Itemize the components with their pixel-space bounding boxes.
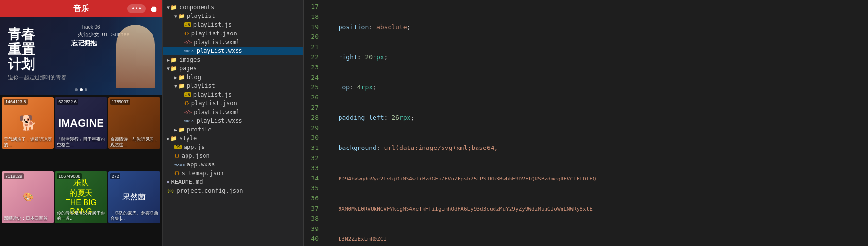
music-header: 音乐 ••• ⏺ — [0, 0, 162, 17]
folder-label-components: components — [179, 4, 214, 11]
folder-label-pages: pages — [179, 65, 197, 72]
file-label-playlist-wxss-pages: playList.wxss — [197, 117, 242, 124]
folder-icon-playlist-pages: 📁 — [178, 83, 185, 89]
wxss-icon-2: wxss — [184, 118, 195, 123]
song-name: 忘记拥抱 — [71, 39, 97, 48]
grid-count-6: 272 — [110, 173, 120, 179]
wxml-icon-1: </> — [184, 40, 192, 45]
header-icons: ••• ⏺ — [127, 4, 158, 14]
folder-label-playlist-comp: playList — [187, 13, 215, 19]
banner-subtitle: 迫你一起走过那时的青春 — [8, 74, 67, 81]
tree-components[interactable]: ▼ 📁 components — [163, 3, 303, 12]
grid-count-4: 7119329 — [4, 173, 24, 179]
tree-profile[interactable]: ▶ 📁 profile — [163, 125, 303, 134]
grid-count-1: 1464123.8 — [4, 99, 28, 105]
arrow-style: ▶ — [167, 136, 170, 141]
json-icon-1: {} — [184, 31, 189, 36]
tree-playlist-wxml-comp[interactable]: </> playList.wxml — [163, 38, 303, 47]
dot-2[interactable] — [80, 88, 83, 91]
folder-icon-playlist-comp: 📁 — [178, 13, 185, 19]
arrow-images: ▶ — [167, 57, 170, 63]
tree-playlist-json-pages[interactable]: {} playList.json — [163, 99, 303, 108]
tree-images[interactable]: ▶ 📁 images — [163, 55, 303, 64]
json-icon-3: {} — [174, 153, 180, 158]
tree-playlist-wxss-pages[interactable]: wxss playList.wxss — [163, 116, 303, 125]
file-label-playlist-js-comp: playList.js — [193, 21, 232, 28]
folder-icon-pages: 📁 — [170, 66, 177, 72]
record-icon[interactable]: ⏺ — [150, 4, 158, 14]
folder-label-style: style — [179, 135, 197, 142]
music-app-panel: 音乐 ••• ⏺ 青春 重置 计划 迫你一起走过那时的青春 Track 06 火… — [0, 0, 163, 246]
js-icon-2: JS — [184, 92, 191, 97]
banner-title: 青春 重置 计划 — [8, 27, 67, 72]
file-label-playlist-wxml-pages: playList.wxml — [194, 109, 239, 115]
grid-count-3: 1785097 — [110, 99, 130, 105]
code-line-19: top: 4rpx; — [331, 82, 868, 93]
code-line-20: padding-left: 26rpx; — [331, 113, 868, 123]
json-icon-4: {} — [174, 171, 180, 176]
tree-app-js[interactable]: JS app.js — [163, 143, 303, 151]
file-label-playlist-json-comp: playList.json — [191, 30, 237, 37]
tree-style[interactable]: ▶ 📁 style — [163, 134, 303, 143]
arrow-playlist-pages: ▼ — [174, 83, 177, 89]
tree-playlist-js-pages[interactable]: JS playList.js — [163, 90, 303, 99]
grid-item-2[interactable]: IMAGINE 622822.6 「时空漫行」围于星夜的空格主... — [55, 97, 107, 149]
json-icon-2: {} — [184, 101, 189, 106]
code-text[interactable]: position: absolute; right: 20rpx; top: 4… — [323, 0, 868, 246]
file-label-app-wxss: app.wxss — [187, 161, 215, 168]
tree-playlist-js-comp[interactable]: JS playList.js — [163, 20, 303, 29]
tree-blog[interactable]: ▶ 📁 blog — [163, 73, 303, 82]
file-label-project-config: project.config.json — [176, 187, 243, 194]
tree-app-wxss[interactable]: wxss app.wxss — [163, 160, 303, 169]
tree-pages[interactable]: ▼ 📁 pages — [163, 64, 303, 73]
banner-indicators — [75, 88, 87, 91]
code-line-23: 9XM0MvL0RVUkNCVFVkcgMS4xeTkFTiIgImhOdHA6… — [331, 204, 868, 214]
folder-label-images: images — [179, 56, 200, 63]
dot-3[interactable] — [85, 88, 87, 91]
grid-desc-2: 「时空漫行」围于星夜的空格主... — [57, 137, 105, 148]
code-line-24: L3N2ZzExLmR0ZCI — [331, 234, 868, 244]
grid-count-5: 106749088 — [57, 173, 82, 179]
tree-playlist-json-comp[interactable]: {} playList.json — [163, 29, 303, 38]
app-title: 音乐 — [73, 4, 89, 14]
code-area: 17 18 19 20 21 22 23 24 25 26 27 28 29 3… — [304, 0, 868, 246]
grid-desc-3: 奇谭情诗：与你听风景，观赏这... — [110, 137, 158, 148]
folder-icon-style: 📁 — [170, 135, 177, 142]
arrow-playlist-comp: ▼ — [174, 14, 177, 19]
arrow-components: ▼ — [167, 5, 170, 10]
file-label-sitemap-json: sitemap.json — [182, 170, 224, 177]
grid-item-3[interactable]: 1785097 奇谭情诗：与你听风景，观赏这... — [108, 97, 160, 149]
grid-item-5[interactable]: 乐队的夏天THE BIG BANG 106749088 你的青春是有没有属于你的… — [55, 171, 107, 223]
grid-item-6[interactable]: 果然菌 272 「乐队的夏天」参赛乐曲合集 |... — [108, 171, 160, 223]
folder-icon-profile: 📁 — [178, 127, 185, 133]
code-editor-panel: 17 18 19 20 21 22 23 24 25 26 27 28 29 3… — [304, 0, 868, 246]
arrow-blog: ▶ — [174, 75, 177, 80]
folder-icon-components: 📁 — [170, 4, 177, 11]
tree-playlist-wxml-pages[interactable]: </> playList.wxml — [163, 108, 303, 116]
folder-label-profile: profile — [187, 126, 212, 133]
grid-desc-1: 天气烤热了，追着听凉爽的... — [4, 137, 52, 148]
wxss-icon-1: wxss — [184, 49, 195, 53]
file-label-playlist-wxml-comp: playList.wxml — [194, 39, 239, 46]
json-icon-5: {⚙} — [167, 188, 174, 193]
grid-desc-6: 「乐队的夏天」参赛乐曲合集 |... — [110, 211, 158, 221]
grid-desc-5: 你的青春是有没有属于你的一首... — [57, 211, 105, 221]
code-line-17: position: absolute; — [331, 22, 868, 33]
tree-project-config[interactable]: {⚙} project.config.json — [163, 186, 303, 195]
tree-playlist-wxss-comp[interactable]: wxss playList.wxss — [163, 47, 303, 55]
tree-playlist-comp[interactable]: ▼ 📁 playList — [163, 12, 303, 20]
tree-sitemap-json[interactable]: {} sitemap.json — [163, 169, 303, 178]
code-line-18: right: 20rpx; — [331, 52, 868, 63]
code-line-21: background: url(data:image/svg+xml;base6… — [331, 143, 868, 153]
file-label-playlist-wxss-comp: playList.wxss — [197, 48, 242, 54]
dot-1[interactable] — [75, 88, 78, 91]
grid-item-1[interactable]: 🐕 1464123.8 天气烤热了，追着听凉爽的... — [2, 97, 54, 149]
md-icon: ▪ — [167, 180, 169, 184]
tree-readme[interactable]: ▪ README.md — [163, 178, 303, 186]
code-line-22: PD94bWwgdmVyc2lvbjOiMS4wIiBzdGFuZFVuZFps… — [331, 174, 868, 184]
tree-app-json[interactable]: {} app.json — [163, 151, 303, 160]
tree-playlist-pages[interactable]: ▼ 📁 playList — [163, 82, 303, 90]
folder-icon-blog: 📁 — [178, 74, 185, 81]
more-icon[interactable]: ••• — [127, 4, 146, 13]
grid-item-4[interactable]: 🎨 7119329 郎晒常史：日本四百首 — [2, 171, 54, 223]
